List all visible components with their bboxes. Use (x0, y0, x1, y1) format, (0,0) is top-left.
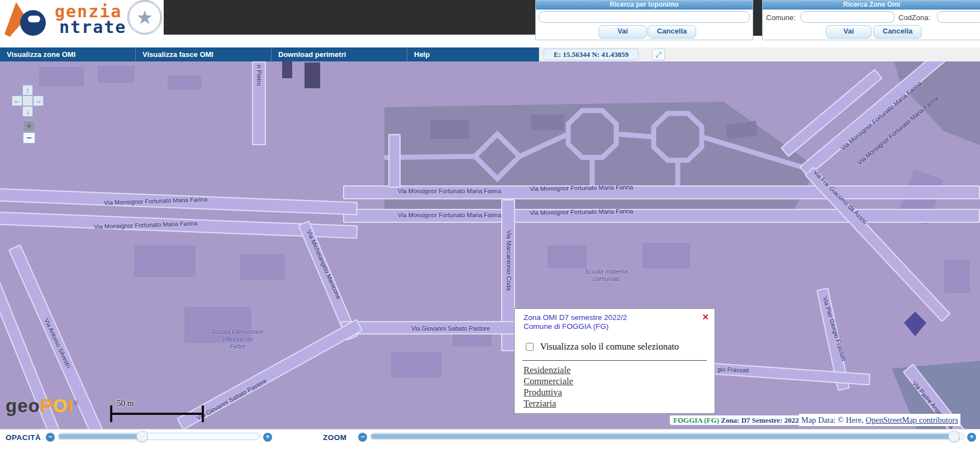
arrow-down-icon: ↓ (26, 107, 30, 116)
street-label: n Pietro (256, 65, 263, 86)
zoom-slider-fill (371, 434, 952, 439)
map-scale-bar: 50 m (110, 405, 204, 422)
popup-link-terziaria[interactable]: Terziaria (524, 398, 573, 409)
map-building (944, 260, 970, 293)
attribution-prefix: Map Data: © Here, (801, 415, 865, 424)
map-attribution: Map Data: © Here, OpenStreetMap contribu… (799, 414, 960, 426)
minus-icon: − (360, 433, 364, 441)
scale-label: 50 m (117, 399, 134, 408)
geopoi-i: I (68, 395, 73, 416)
map-building (240, 254, 285, 280)
popup-divider (522, 360, 707, 361)
zoom-label: ZOOM (323, 433, 347, 442)
popup-title: Zona OMI D7 semestre 2022/2 Comune di FO… (524, 313, 627, 331)
street-label: gio Frassati (717, 366, 749, 374)
selected-zone-status: FOGGIA (FG) Zona: D7 Semestre: 20222 (669, 415, 806, 426)
plus-icon: + (26, 121, 31, 131)
codzona-input[interactable] (937, 11, 980, 23)
minus-icon: − (48, 433, 52, 441)
zoom-in-button-disabled[interactable]: + (23, 121, 35, 132)
map-canvas[interactable]: Via Monsignor Fortunato Maria FarinaVia … (0, 61, 980, 429)
minus-icon: − (26, 133, 31, 142)
header: genzia ntrate ★ Ricerca per toponimo Vai… (0, 0, 980, 47)
codzona-label: CodZona: (898, 13, 930, 22)
opacity-increase-button[interactable]: + (263, 433, 272, 442)
street-label: Via Giovanni Sabato Pastore (411, 325, 490, 332)
zoom-out-button[interactable]: − (23, 132, 35, 144)
pan-right-button[interactable]: → (33, 95, 44, 106)
opacity-label: OPACITÀ (6, 433, 41, 442)
menu-item-visualizza-zone-omi[interactable]: Visualizza zone OMI (0, 47, 136, 61)
toponimo-search-panel: Ricerca per toponimo Vai Cancella (535, 0, 753, 40)
plus-icon: + (969, 433, 973, 441)
plus-icon: + (265, 433, 269, 441)
zoom-increase-button[interactable]: + (967, 433, 976, 442)
toponimo-cancella-button[interactable]: Cancella (648, 25, 696, 39)
geopoi-logo: geoPOI® (6, 395, 79, 417)
zoom-slider-handle[interactable] (948, 431, 960, 442)
geopoi-o: O (53, 395, 68, 416)
opacity-decrease-button[interactable]: − (46, 433, 55, 442)
menubar: Visualizza zone OMIVisualizza fasce OMID… (0, 47, 980, 61)
map-building (548, 246, 587, 268)
zone-vai-button[interactable]: Vai (826, 25, 872, 39)
arrow-up-icon: ↑ (26, 86, 30, 94)
only-selected-comune-row: Visualizza solo il comune selezionato (524, 341, 679, 352)
zoom-decrease-button[interactable]: − (358, 433, 367, 442)
comune-label: Comune: (766, 13, 796, 22)
pan-down-button[interactable]: ↓ (22, 106, 33, 117)
map-building (98, 66, 135, 83)
pan-up-button[interactable]: ↑ (22, 85, 33, 95)
map-building (531, 114, 564, 130)
geopoi-p: P (40, 395, 53, 416)
street-label: Via Marcantonio Coda (506, 230, 512, 291)
expand-map-button[interactable]: ⤢ (652, 49, 665, 60)
opacity-slider[interactable] (58, 433, 260, 440)
only-selected-comune-checkbox[interactable] (526, 343, 534, 351)
comune-input[interactable] (801, 11, 895, 23)
popup-link-commerciale[interactable]: Commerciale (524, 376, 573, 387)
bottom-toolbar: OPACITÀ − + ZOOM − + (0, 429, 980, 454)
arrow-right-icon: → (35, 97, 42, 105)
zone-cancella-button[interactable]: Cancella (873, 25, 922, 39)
map-building (168, 75, 201, 90)
status-city: FOGGIA (FG) (673, 416, 719, 424)
menu-item-help[interactable]: Help (407, 47, 539, 61)
close-icon: ✕ (702, 312, 709, 322)
arrow-left-icon: ← (13, 97, 21, 105)
zone-panel-title: Ricerca Zone Omi (763, 1, 980, 9)
map-building (39, 67, 84, 86)
geopoi-app: genzia ntrate ★ Ricerca per toponimo Vai… (0, 0, 980, 454)
osm-contributors-link[interactable]: OpenStreetMap contributors (865, 415, 958, 424)
menu-item-visualizza-fasce-omi[interactable]: Visualizza fasce OMI (136, 47, 272, 61)
zone-omi-search-panel: Ricerca Zone Omi Comune: CodZona: Vai Ca… (762, 0, 980, 40)
menu-strip: Visualizza zone OMIVisualizza fasce OMID… (0, 47, 539, 61)
pan-center-button[interactable] (22, 95, 33, 106)
pan-left-button[interactable]: ← (12, 95, 22, 106)
popup-link-produttiva[interactable]: Produttiva (524, 387, 573, 398)
only-selected-comune-label: Visualizza solo il comune selezionato (540, 341, 679, 352)
map-building (305, 63, 320, 88)
status-zone: Zona: D7 Semestre: 20222 (719, 416, 802, 424)
zone-info-popup: Zona OMI D7 semestre 2022/2 Comune di FO… (514, 308, 715, 414)
map-building (643, 243, 690, 269)
geopoi-reg: ® (74, 399, 79, 407)
italy-emblem-icon: ★ (127, 0, 162, 35)
map-building (430, 120, 469, 139)
map-building (134, 246, 196, 277)
opacity-slider-handle[interactable] (136, 431, 148, 442)
header-dark-strip (753, 0, 762, 36)
street-label: Via Monsignor Fortunato Maria Farina (398, 188, 501, 194)
popup-links: ResidenzialeCommercialeProduttivaTerziar… (524, 365, 573, 409)
toponimo-vai-button[interactable]: Vai (598, 25, 647, 39)
toponimo-search-input[interactable] (539, 11, 750, 23)
popup-close-button[interactable]: ✕ (702, 312, 709, 322)
area-label: Scuola ElementareVittorino daFeltre (207, 328, 268, 350)
zoom-slider[interactable] (370, 433, 964, 440)
street-label: Via Monsignor Fortunato Maria Farina (398, 212, 501, 218)
toponimo-panel-title: Ricerca per toponimo (536, 1, 753, 9)
popup-link-residenziale[interactable]: Residenziale (524, 365, 573, 376)
geopoi-geo: geo (6, 395, 40, 416)
menu-item-download-perimetri[interactable]: Download perimetri (272, 47, 407, 61)
popup-title-line1: Zona OMI D7 semestre 2022/2 (524, 313, 627, 322)
